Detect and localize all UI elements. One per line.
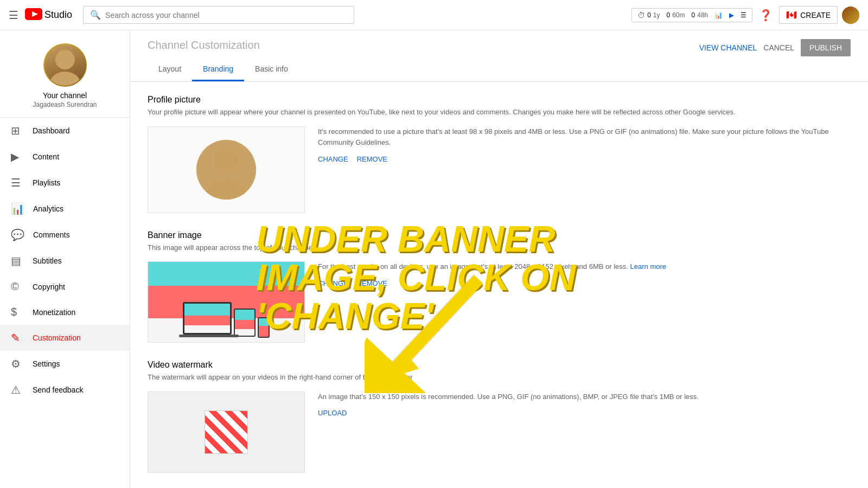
svg-point-3 [50,72,80,86]
banner-devices-visual [148,262,304,342]
sidebar-item-send-feedback[interactable]: ⚠ Send feedback [0,377,130,403]
svg-point-5 [214,149,238,172]
watermark-action-links: UPLOAD [318,409,851,417]
create-label: CREATE [800,11,831,20]
feedback-icon: ⚠ [11,383,24,396]
playlists-icon: ☰ [11,176,24,189]
watermark-upload-button[interactable]: UPLOAD [318,409,347,417]
youtube-icon [25,7,42,24]
sidebar-item-monetization[interactable]: $ Monetization [0,299,130,325]
banner-title: Banner image [148,230,851,240]
banner-remove-button[interactable]: REMOVE [357,279,387,287]
channel-name: Your channel [43,91,87,100]
learn-more-link[interactable]: Learn more [630,262,666,271]
bar-chart-icon[interactable]: 📊 [714,11,723,19]
view-channel-button[interactable]: VIEW CHANNEL [699,43,757,52]
sidebar-item-dashboard[interactable]: ⊞ Dashboard [0,118,130,144]
tab-basic-info[interactable]: Basic info [244,58,299,81]
sidebar-item-content[interactable]: ▶ Content [0,144,130,170]
profile-remove-button[interactable]: REMOVE [357,155,387,163]
flag-icon: 🇨🇦 [786,10,797,20]
page-header: Channel Customization Layout Branding Ba… [130,30,868,82]
avatar[interactable] [842,7,859,24]
profile-row: It's recommended to use a picture that's… [148,126,851,213]
banner-img-container [148,262,304,342]
sidebar-item-label: Send feedback [33,386,83,394]
customization-icon: ✎ [11,331,24,344]
sidebar-item-label: Comments [33,230,70,239]
play-icon[interactable]: ▶ [729,11,734,19]
sidebar-nav: ⊞ Dashboard ▶ Content ☰ Playlists 📊 Anal… [0,118,130,403]
tab-layout[interactable]: Layout [148,58,192,81]
profile-section: Profile picture Your profile picture wil… [148,95,851,213]
sidebar-item-label: Content [33,152,59,161]
banner-desc: This image will appear across the top of… [148,242,851,253]
search-input[interactable] [105,11,347,20]
copyright-icon: © [11,280,24,293]
sidebar-item-copyright[interactable]: © Copyright [0,274,130,299]
sidebar-item-label: Playlists [33,178,60,187]
tab-branding[interactable]: Branding [192,58,244,81]
sidebar-item-settings[interactable]: ⚙ Settings [0,351,130,377]
clock-icon: ⏱ [637,11,645,20]
banner-side-info: For the best results on all devices, use… [318,261,851,287]
profile-image-preview [148,126,305,213]
menu-icon[interactable]: ☰ [741,11,746,19]
device-laptop [183,302,232,335]
channel-avatar-image [43,43,87,87]
settings-icon: ⚙ [11,357,24,370]
banner-change-button[interactable]: CHANGE [318,279,348,287]
phone-screen [259,318,269,337]
sidebar-item-analytics[interactable]: 📊 Analytics [0,196,130,222]
page-title: Channel Customization [148,39,299,52]
sidebar-item-subtitles[interactable]: ▤ Subtitles [0,248,130,274]
header-left: Channel Customization Layout Branding Ba… [148,39,299,81]
sidebar-item-label: Analytics [33,204,63,213]
banner-section: Banner image This image will appear acro… [148,230,851,343]
profile-circle [196,140,256,200]
logo: Studio [25,7,72,24]
sidebar-item-playlists[interactable]: ☰ Playlists [0,170,130,196]
help-button[interactable]: ❓ [757,7,775,24]
sidebar-item-label: Customization [33,333,81,342]
watermark-side-text: An image that's 150 x 150 pixels is reco… [318,391,851,403]
watermark-side-info: An image that's 150 x 150 pixels is reco… [318,391,851,418]
sidebar-item-label: Monetization [33,308,75,317]
profile-side-info: It's recommended to use a picture that's… [318,126,851,164]
cancel-button[interactable]: CANCEL [763,43,794,52]
header-actions: VIEW CHANNEL CANCEL PUBLISH [699,39,851,63]
subtitles-icon: ▤ [11,254,24,267]
sidebar-item-customization[interactable]: ✎ Customization [0,325,130,351]
profile-change-button[interactable]: CHANGE [318,155,348,163]
banner-action-links: CHANGE REMOVE [318,279,851,287]
banner-row: For the best results on all devices, use… [148,261,851,343]
tablet-screen [235,310,254,336]
channel-avatar[interactable] [43,43,87,87]
topbar-left: ☰ Studio [9,7,72,24]
analytics-icon: 📊 [11,202,24,215]
create-button[interactable]: 🇨🇦 CREATE [779,6,838,24]
channel-info: Your channel Jagadeash Surendran [0,35,130,118]
topbar-right: ⏱ 0 1y 0 60m 0 48h 📊 ▶ ☰ ❓ 🇨🇦 CREATE [631,6,859,24]
studio-label: Studio [44,9,72,21]
main-content: Channel Customization Layout Branding Ba… [130,30,868,488]
sidebar-item-label: Subtitles [33,256,62,265]
content-area: Profile picture Your profile picture wil… [130,82,868,488]
hamburger-icon[interactable]: ☰ [9,9,18,22]
dashboard-icon: ⊞ [11,124,24,137]
search-icon: 🔍 [90,10,101,20]
sidebar-item-comments[interactable]: 💬 Comments [0,222,130,248]
svg-point-2 [55,50,75,69]
watermark-image-preview [148,391,305,473]
profile-title: Profile picture [148,95,851,105]
banner-image-preview [148,261,305,343]
topbar: ☰ Studio 🔍 ⏱ 0 1y 0 60m [0,0,868,30]
publish-button[interactable]: PUBLISH [801,39,851,56]
banner-side-text: For the best results on all devices, use… [318,261,851,273]
sidebar: Your channel Jagadeash Surendran ⊞ Dashb… [0,30,130,488]
watermark-stripe [205,410,248,454]
profile-desc: Your profile picture will appear where y… [148,107,851,118]
search-bar[interactable]: 🔍 [83,6,354,24]
watermark-row: An image that's 150 x 150 pixels is reco… [148,391,851,473]
content-icon: ▶ [11,150,24,163]
